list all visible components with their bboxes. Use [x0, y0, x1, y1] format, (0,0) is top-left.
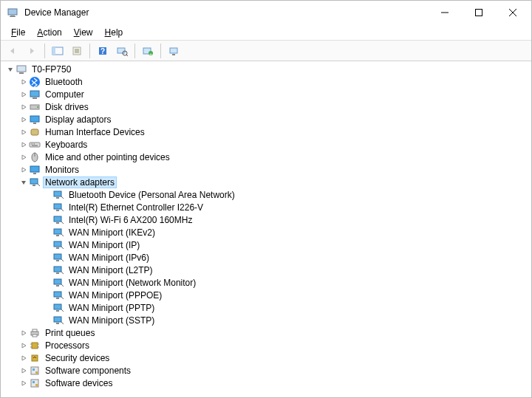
- svg-rect-76: [33, 368, 35, 371]
- chevron-right-icon[interactable]: [18, 328, 29, 338]
- svg-rect-30: [30, 116, 39, 122]
- minimize-button[interactable]: [428, 1, 462, 24]
- device-tree-pane[interactable]: T0-FP750 Bluetooth Computer Disk drives …: [1, 61, 531, 394]
- properties-button[interactable]: [68, 43, 86, 59]
- category-label: Bluetooth: [44, 77, 84, 87]
- category-node[interactable]: Human Interface Devices: [2, 126, 528, 138]
- chevron-right-icon[interactable]: [18, 102, 29, 112]
- chevron-right-icon[interactable]: [18, 77, 29, 87]
- device-node[interactable]: Bluetooth Device (Personal Area Network): [2, 188, 528, 201]
- device-node[interactable]: WAN Miniport (Network Monitor): [2, 276, 528, 289]
- svg-rect-31: [33, 123, 36, 124]
- category-node[interactable]: Software components: [2, 364, 528, 377]
- svg-rect-54: [54, 254, 61, 259]
- category-node[interactable]: Security devices: [2, 351, 528, 364]
- svg-rect-41: [33, 173, 36, 174]
- network-icon: [52, 227, 64, 239]
- network-icon: [29, 176, 41, 188]
- menu-action[interactable]: Action: [31, 26, 67, 39]
- chevron-down-icon[interactable]: [18, 177, 29, 188]
- device-node[interactable]: WAN Miniport (L2TP): [2, 264, 528, 276]
- chevron-right-icon[interactable]: [18, 353, 29, 363]
- device-label: WAN Miniport (IP): [67, 240, 141, 250]
- chevron-right-icon[interactable]: [18, 114, 29, 125]
- root-node[interactable]: T0-FP750: [2, 63, 528, 75]
- menu-help[interactable]: Help: [99, 26, 129, 39]
- svg-rect-27: [33, 97, 37, 99]
- svg-rect-24: [19, 72, 24, 74]
- update-driver-button[interactable]: +: [139, 43, 157, 59]
- chevron-right-icon[interactable]: [18, 127, 29, 137]
- category-label: Disk drives: [44, 102, 90, 112]
- network-icon: [52, 315, 64, 326]
- chevron-right-icon[interactable]: [18, 165, 29, 175]
- category-node[interactable]: Bluetooth: [2, 75, 528, 88]
- svg-rect-49: [56, 222, 59, 224]
- svg-rect-45: [56, 197, 59, 199]
- device-node[interactable]: WAN Miniport (PPTP): [2, 301, 528, 314]
- category-node[interactable]: Processors: [2, 339, 528, 351]
- category-node[interactable]: Software devices: [2, 377, 528, 389]
- svg-rect-60: [54, 292, 61, 297]
- svg-point-29: [37, 106, 38, 108]
- category-node[interactable]: Monitors: [2, 163, 528, 176]
- svg-rect-1: [10, 16, 15, 16]
- add-legacy-hardware-button[interactable]: [165, 43, 183, 59]
- hid-icon: [29, 126, 41, 138]
- category-node[interactable]: Keyboards: [2, 138, 528, 151]
- scan-hardware-button[interactable]: [113, 43, 131, 59]
- chevron-down-icon[interactable]: [5, 64, 16, 75]
- chevron-right-icon[interactable]: [18, 140, 29, 150]
- category-label: Software devices: [44, 378, 114, 388]
- category-node[interactable]: Display adaptors: [2, 113, 528, 126]
- device-label: WAN Miniport (PPTP): [67, 303, 156, 313]
- device-node[interactable]: WAN Miniport (IKEv2): [2, 226, 528, 239]
- svg-rect-57: [56, 272, 59, 274]
- svg-rect-55: [56, 260, 59, 261]
- svg-rect-43: [33, 185, 35, 186]
- device-node[interactable]: WAN Miniport (PPPOE): [2, 289, 528, 301]
- svg-rect-47: [56, 210, 59, 211]
- device-label: Intel(R) Wi-Fi 6 AX200 160MHz: [67, 215, 194, 225]
- category-label: Computer: [44, 89, 86, 100]
- network-icon: [52, 202, 64, 213]
- chevron-right-icon[interactable]: [18, 152, 29, 162]
- chevron-right-icon[interactable]: [18, 89, 29, 100]
- back-button[interactable]: [4, 43, 21, 59]
- svg-rect-48: [54, 216, 61, 222]
- category-label: Mice and other pointing devices: [44, 152, 171, 162]
- chevron-right-icon[interactable]: [18, 340, 29, 351]
- svg-rect-22: [172, 54, 175, 55]
- device-node[interactable]: WAN Miniport (SSTP): [2, 314, 528, 326]
- category-label: Monitors: [44, 165, 81, 175]
- svg-rect-61: [56, 298, 59, 299]
- device-label: WAN Miniport (Network Monitor): [67, 278, 197, 288]
- device-node[interactable]: Intel(R) Ethernet Controller I226-V: [2, 201, 528, 213]
- menu-view[interactable]: View: [68, 26, 99, 39]
- category-node[interactable]: Disk drives: [2, 100, 528, 113]
- svg-rect-32: [31, 129, 38, 135]
- chevron-right-icon[interactable]: [18, 378, 29, 388]
- category-label: Security devices: [44, 353, 111, 363]
- show-hide-console-button[interactable]: [49, 43, 66, 59]
- category-label: Print queues: [44, 328, 96, 338]
- device-node[interactable]: WAN Miniport (IPv6): [2, 251, 528, 264]
- monitor-icon: [29, 164, 41, 176]
- category-node[interactable]: Mice and other pointing devices: [2, 151, 528, 163]
- help-button[interactable]: ?: [94, 43, 112, 59]
- svg-rect-52: [54, 241, 61, 247]
- category-node[interactable]: Network adapters: [2, 176, 528, 188]
- maximize-button[interactable]: [462, 1, 496, 24]
- device-node[interactable]: WAN Miniport (IP): [2, 239, 528, 251]
- category-node[interactable]: Print queues: [2, 326, 528, 339]
- bluetooth-icon: [29, 76, 41, 88]
- chevron-right-icon[interactable]: [18, 366, 29, 376]
- device-node[interactable]: Intel(R) Wi-Fi 6 AX200 160MHz: [2, 213, 528, 226]
- svg-rect-63: [56, 310, 59, 312]
- forward-button[interactable]: [23, 43, 41, 59]
- category-node[interactable]: Computer: [2, 88, 528, 100]
- device-label: WAN Miniport (PPPOE): [67, 290, 163, 301]
- menu-file[interactable]: File: [5, 26, 31, 39]
- svg-rect-59: [56, 285, 59, 287]
- close-button[interactable]: [496, 1, 530, 24]
